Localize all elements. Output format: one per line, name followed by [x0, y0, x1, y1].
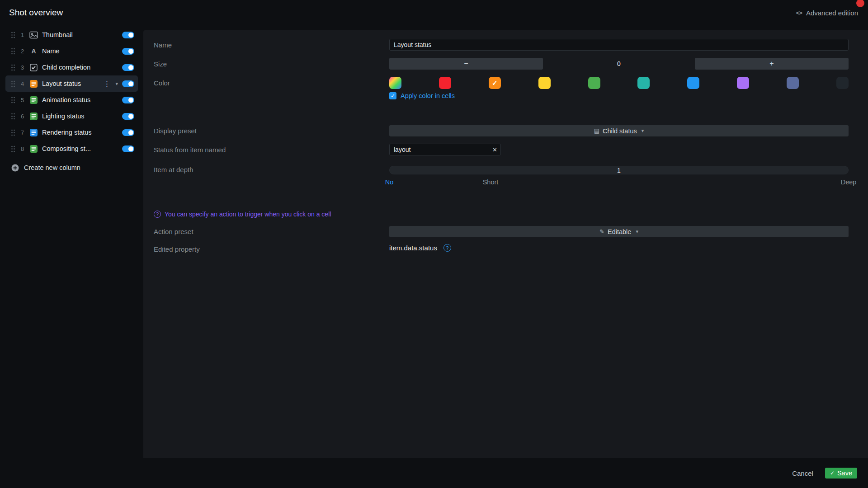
depth-tick-no[interactable]: No [385, 178, 394, 186]
kebab-menu-icon[interactable]: ⋮ [102, 80, 111, 88]
sidebar-item-name[interactable]: 2 A Name [5, 43, 138, 59]
visibility-toggle[interactable] [122, 113, 134, 120]
drag-handle-icon[interactable] [11, 113, 15, 120]
color-swatch-row: ✓ [389, 77, 849, 89]
drag-handle-icon[interactable] [11, 129, 15, 136]
status-icon [29, 113, 38, 120]
question-icon: ? [154, 211, 161, 218]
notification-dot [856, 0, 864, 7]
drag-handle-icon[interactable] [11, 80, 15, 88]
status-from-input[interactable] [389, 144, 501, 155]
drag-handle-icon[interactable] [11, 96, 15, 104]
depth-tick-deep[interactable]: Deep [841, 178, 857, 186]
cancel-button[interactable]: Cancel [789, 469, 816, 478]
action-info-row: ? You can specify an action to trigger w… [154, 211, 331, 218]
save-button-label: Save [837, 469, 852, 477]
size-minus-button[interactable]: − [389, 58, 543, 70]
check-icon: ✓ [830, 470, 835, 476]
sidebar-item-label: Compositing st... [42, 145, 118, 152]
sidebar-item-label: Layout status [42, 80, 98, 87]
edited-property-row: item.data.status ? [389, 244, 849, 252]
status-icon [29, 96, 38, 104]
sidebar-item-animation-status[interactable]: 5 Animation status [5, 92, 138, 108]
drag-handle-icon[interactable] [11, 47, 15, 55]
toggle-knob [128, 130, 133, 135]
size-plus-button[interactable]: + [695, 58, 849, 70]
color-swatch-none[interactable] [836, 77, 849, 89]
status-icon [29, 80, 38, 88]
sidebar-item-child-completion[interactable]: 3 Child completion [5, 59, 138, 75]
apply-color-checkbox-row[interactable]: ✓ Apply color in cells [389, 92, 849, 99]
sidebar-item-label: Rendering status [42, 129, 118, 136]
edited-property-label: Edited property [154, 245, 200, 253]
sidebar-item-rendering-status[interactable]: 7 Rendering status [5, 124, 138, 141]
toggle-knob [128, 114, 133, 119]
color-swatch-red[interactable] [439, 77, 451, 89]
sidebar-item-label: Lighting status [42, 113, 118, 120]
visibility-toggle[interactable] [122, 97, 134, 103]
column-settings-panel: Name Size − 0 + Color ✓ [143, 30, 868, 458]
toggle-knob [128, 33, 133, 38]
display-preset-dropdown[interactable]: ▤ Child status ▾ [389, 125, 849, 136]
action-preset-dropdown[interactable]: ✎ Editable ▾ [389, 226, 849, 237]
chevron-down-icon[interactable]: ▾ [115, 81, 118, 87]
letter-a-icon: A [29, 47, 38, 55]
color-swatch-rainbow[interactable] [389, 77, 401, 89]
sidebar-item-compositing-status[interactable]: 8 Compositing st... [5, 141, 138, 157]
item-number: 4 [19, 80, 25, 87]
color-swatch-yellow[interactable] [538, 77, 551, 89]
advanced-edition-button[interactable]: <> Advanced edition [796, 9, 858, 17]
color-label: Color [154, 79, 170, 87]
item-number: 6 [19, 113, 25, 120]
visibility-toggle[interactable] [122, 129, 134, 136]
topbar: Shot overview <> Advanced edition [0, 0, 868, 27]
drag-handle-icon[interactable] [11, 64, 15, 71]
visibility-toggle[interactable] [122, 48, 134, 55]
status-from-label: Status from item named [154, 146, 226, 154]
name-input[interactable] [389, 39, 849, 51]
columns-sidebar: 1 Thumbnail 2 A Name 3 Child completion … [0, 27, 143, 458]
checkbox-checked-icon: ✓ [389, 92, 396, 99]
color-swatch-purple[interactable] [737, 77, 749, 89]
sidebar-item-label: Name [42, 47, 118, 55]
toggle-knob [128, 49, 133, 54]
color-swatch-slate[interactable] [787, 77, 799, 89]
size-label: Size [154, 60, 167, 68]
depth-slider[interactable]: 1 [389, 166, 849, 174]
item-at-depth-label: Item at depth [154, 166, 193, 174]
visibility-toggle[interactable] [122, 145, 134, 152]
display-preset-value: Child status [603, 127, 637, 135]
sidebar-item-layout-status[interactable]: 4 Layout status ⋮ ▾ [5, 75, 138, 92]
visibility-toggle[interactable] [122, 80, 134, 87]
status-icon [29, 129, 38, 136]
image-icon [29, 31, 38, 39]
toggle-knob [128, 98, 133, 103]
clear-input-icon[interactable]: ✕ [492, 146, 497, 153]
item-number: 5 [19, 97, 25, 103]
footer: Cancel ✓ Save [0, 458, 868, 488]
display-preset-label: Display preset [154, 127, 197, 135]
sidebar-item-lighting-status[interactable]: 6 Lighting status [5, 108, 138, 124]
drag-handle-icon[interactable] [11, 145, 15, 153]
visibility-toggle[interactable] [122, 32, 134, 38]
color-swatch-blue[interactable] [687, 77, 699, 89]
help-icon[interactable]: ? [443, 244, 451, 252]
size-stepper: − 0 + [389, 58, 849, 70]
toggle-knob [128, 146, 133, 151]
action-preset-label: Action preset [154, 228, 193, 235]
action-preset-value: Editable [608, 228, 631, 235]
apply-color-label: Apply color in cells [401, 92, 455, 99]
toggle-knob [128, 81, 133, 86]
size-value: 0 [543, 60, 695, 67]
depth-tick-short[interactable]: Short [483, 178, 499, 186]
color-swatch-green[interactable] [588, 77, 600, 89]
visibility-toggle[interactable] [122, 64, 134, 71]
create-new-column-button[interactable]: Create new column [5, 161, 138, 174]
save-button[interactable]: ✓ Save [825, 468, 857, 479]
drag-handle-icon[interactable] [11, 31, 15, 39]
sidebar-item-thumbnail[interactable]: 1 Thumbnail [5, 27, 138, 43]
color-swatch-teal[interactable] [637, 77, 650, 89]
color-swatch-orange[interactable]: ✓ [489, 77, 501, 89]
plus-circle-icon [11, 164, 19, 172]
name-label: Name [154, 41, 172, 49]
